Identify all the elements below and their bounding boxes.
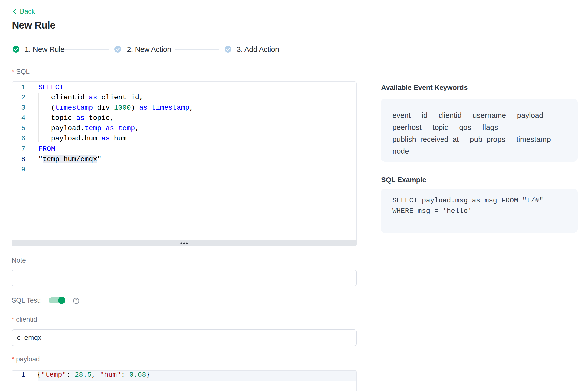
svg-text:?: ? <box>75 299 77 303</box>
